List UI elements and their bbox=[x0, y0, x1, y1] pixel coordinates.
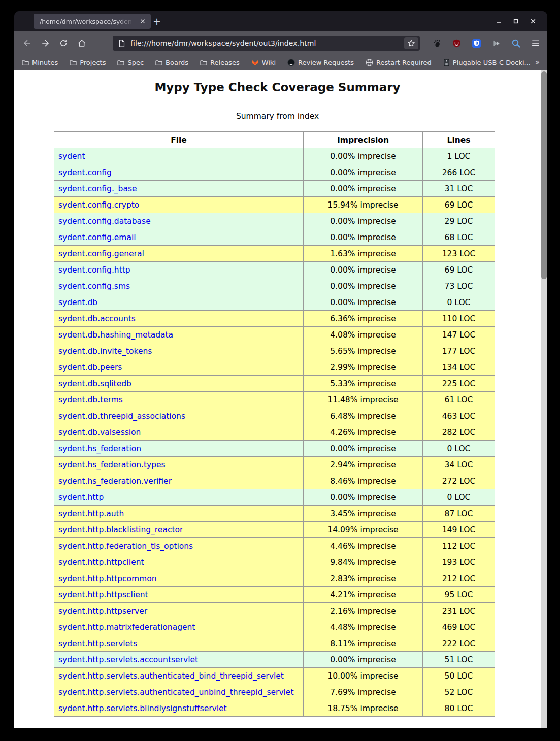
gnome-extension-icon[interactable] bbox=[431, 38, 442, 49]
table-row: sydent.db0.00% imprecise0 LOC bbox=[54, 294, 495, 311]
file-link[interactable]: sydent.db.valsession bbox=[58, 428, 141, 437]
file-link[interactable]: sydent.db.peers bbox=[58, 363, 122, 372]
file-link[interactable]: sydent.http.federation_tls_options bbox=[58, 542, 193, 551]
close-button[interactable] bbox=[527, 15, 539, 27]
url-bar[interactable]: file:///home/dmr/workspace/sydent/out3/i… bbox=[113, 36, 420, 51]
lines-value: 80 LOC bbox=[423, 700, 495, 717]
device-icon bbox=[443, 59, 450, 66]
back-button[interactable] bbox=[19, 36, 35, 51]
file-link[interactable]: sydent.config.general bbox=[58, 249, 144, 258]
file-link[interactable]: sydent.config.http bbox=[58, 265, 130, 275]
bookmark-item-plugable-usb-c-docki[interactable]: Plugable USB-C Docki... bbox=[443, 59, 531, 66]
file-link[interactable]: sydent.config bbox=[58, 168, 112, 177]
file-link[interactable]: sydent.db.hashing_metadata bbox=[58, 330, 173, 340]
file-link[interactable]: sydent.hs_federation.types bbox=[58, 460, 166, 469]
file-link[interactable]: sydent.http.matrixfederationagent bbox=[58, 623, 195, 632]
page-scrollbar[interactable] bbox=[541, 70, 547, 728]
file-link[interactable]: sydent.http.httpcommon bbox=[58, 574, 157, 583]
bookmark-item-releases[interactable]: Releases bbox=[200, 59, 240, 66]
imprecision-value: 0.00% imprecise bbox=[304, 294, 423, 311]
imprecision-value: 5.33% imprecise bbox=[304, 376, 423, 392]
table-row: sydent.hs_federation0.00% imprecise0 LOC bbox=[54, 441, 495, 457]
lines-value: 69 LOC bbox=[423, 197, 495, 213]
tab-close-icon[interactable] bbox=[138, 17, 147, 26]
file-link[interactable]: sydent.config.database bbox=[58, 217, 151, 226]
search-icon[interactable] bbox=[510, 38, 521, 49]
bookmark-item-minutes[interactable]: Minutes bbox=[22, 59, 58, 66]
bookmark-item-boards[interactable]: Boards bbox=[155, 59, 188, 66]
file-link[interactable]: sydent.hs_federation bbox=[58, 444, 141, 453]
bookmark-item-restart-required[interactable]: Restart Required bbox=[366, 59, 432, 66]
file-link[interactable]: sydent.http.httpclient bbox=[58, 558, 144, 567]
new-tab-button[interactable]: + bbox=[150, 15, 163, 28]
table-row: sydent.http.httpserver2.16% imprecise231… bbox=[54, 603, 495, 619]
bitwarden-extension-icon[interactable] bbox=[471, 38, 482, 49]
table-row: sydent.config.crypto15.94% imprecise69 L… bbox=[54, 197, 495, 213]
imprecision-value: 6.48% imprecise bbox=[304, 408, 423, 424]
bookmark-item-spec[interactable]: Spec bbox=[117, 59, 144, 66]
scrollbar-thumb[interactable] bbox=[541, 71, 547, 279]
imprecision-value: 0.00% imprecise bbox=[304, 489, 423, 506]
file-link[interactable]: sydent.db.invite_tokens bbox=[58, 347, 152, 356]
home-button[interactable] bbox=[74, 36, 89, 51]
imprecision-value: 4.08% imprecise bbox=[304, 327, 423, 343]
bookmark-label: Restart Required bbox=[376, 59, 432, 66]
file-link[interactable]: sydent.config.sms bbox=[58, 282, 130, 291]
file-link[interactable]: sydent.http.httpsclient bbox=[58, 590, 148, 599]
bookmark-item-review-requests[interactable]: Review Requests bbox=[287, 59, 354, 66]
file-link[interactable]: sydent.db.terms bbox=[58, 395, 123, 405]
file-link[interactable]: sydent.http.servlets.accountservlet bbox=[58, 655, 198, 664]
folder-icon bbox=[22, 59, 29, 66]
plasma-extension-icon[interactable] bbox=[490, 38, 502, 49]
table-row: sydent.db.accounts6.36% imprecise110 LOC bbox=[54, 311, 495, 327]
browser-tab[interactable]: /home/dmr/workspace/syden bbox=[34, 14, 151, 29]
lines-value: 212 LOC bbox=[423, 570, 495, 587]
table-row: sydent.db.invite_tokens5.65% imprecise17… bbox=[54, 343, 495, 359]
lines-value: 134 LOC bbox=[423, 359, 495, 376]
file-link[interactable]: sydent.http.servlets.authenticated_unbin… bbox=[58, 688, 294, 697]
file-link[interactable]: sydent.db.sqlitedb bbox=[58, 379, 131, 388]
imprecision-value: 4.48% imprecise bbox=[304, 619, 423, 635]
imprecision-value: 0.00% imprecise bbox=[304, 229, 423, 246]
bookmark-star-icon[interactable] bbox=[404, 37, 418, 49]
file-link[interactable]: sydent.config.crypto bbox=[58, 200, 139, 210]
lines-value: 0 LOC bbox=[423, 294, 495, 311]
file-link[interactable]: sydent.db.threepid_associations bbox=[58, 412, 185, 421]
file-link[interactable]: sydent.http.servlets bbox=[58, 639, 137, 648]
file-link[interactable]: sydent.config._base bbox=[58, 184, 137, 193]
file-link[interactable]: sydent.config.email bbox=[58, 233, 136, 242]
folder-icon bbox=[200, 59, 207, 66]
imprecision-value: 8.46% imprecise bbox=[304, 473, 423, 489]
file-link[interactable]: sydent.hs_federation.verifier bbox=[58, 477, 172, 486]
file-link[interactable]: sydent.http.servlets.blindlysignstuffser… bbox=[58, 704, 227, 713]
bookmark-item-projects[interactable]: Projects bbox=[70, 59, 106, 66]
ublock-extension-icon[interactable] bbox=[451, 38, 462, 49]
imprecision-value: 4.21% imprecise bbox=[304, 587, 423, 603]
file-link[interactable]: sydent.http.auth bbox=[58, 509, 124, 518]
bookmark-label: Minutes bbox=[32, 59, 58, 66]
page-viewport: Mypy Type Check Coverage Summary Summary… bbox=[14, 70, 547, 728]
file-link[interactable]: sydent.http.servlets.authenticated_bind_… bbox=[58, 671, 284, 681]
bookmark-label: Boards bbox=[166, 59, 188, 66]
lines-value: 0 LOC bbox=[423, 441, 495, 457]
window-controls bbox=[492, 11, 539, 31]
file-link[interactable]: sydent.db.accounts bbox=[58, 314, 136, 323]
globe-icon bbox=[366, 59, 373, 66]
bookmark-item-wiki[interactable]: Wiki bbox=[251, 59, 276, 66]
lines-value: 1 LOC bbox=[423, 148, 495, 164]
menu-icon[interactable] bbox=[530, 38, 541, 49]
file-link[interactable]: sydent.db bbox=[58, 298, 97, 307]
extension-icons bbox=[431, 31, 541, 55]
file-link[interactable]: sydent.http.blacklisting_reactor bbox=[58, 525, 183, 534]
file-link[interactable]: sydent bbox=[58, 152, 85, 161]
bookmarks-overflow-chevron[interactable]: » bbox=[535, 58, 539, 67]
reload-button[interactable] bbox=[56, 36, 71, 51]
column-header-lines: Lines bbox=[423, 132, 495, 148]
file-link[interactable]: sydent.http bbox=[58, 493, 104, 502]
lines-value: 282 LOC bbox=[423, 424, 495, 441]
maximize-button[interactable] bbox=[510, 15, 522, 27]
minimize-button[interactable] bbox=[492, 15, 505, 27]
file-link[interactable]: sydent.http.httpserver bbox=[58, 607, 147, 616]
lines-value: 61 LOC bbox=[423, 392, 495, 408]
forward-button[interactable] bbox=[38, 36, 53, 51]
